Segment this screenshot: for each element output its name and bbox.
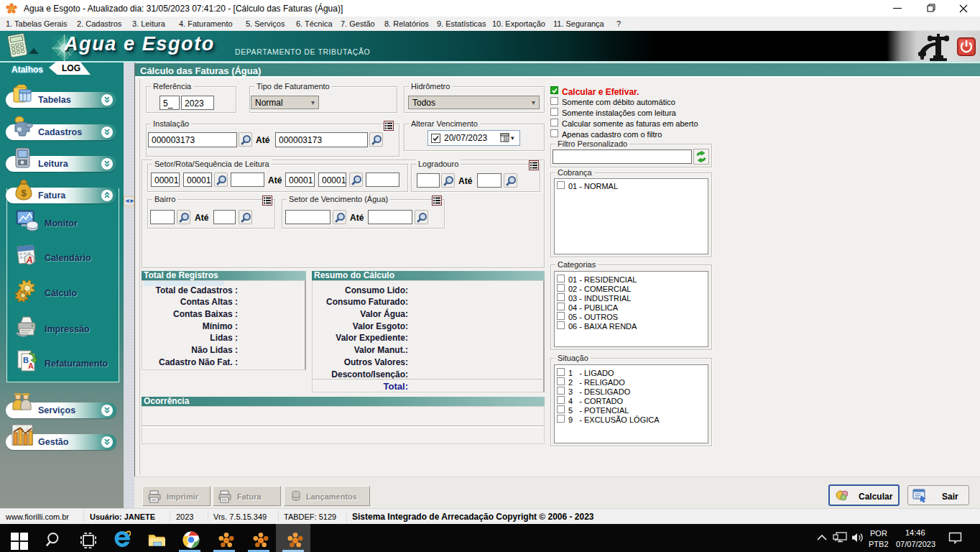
svg-text:A: A — [26, 255, 33, 265]
svg-text:$: $ — [21, 188, 27, 198]
svg-text:A: A — [28, 362, 34, 370]
